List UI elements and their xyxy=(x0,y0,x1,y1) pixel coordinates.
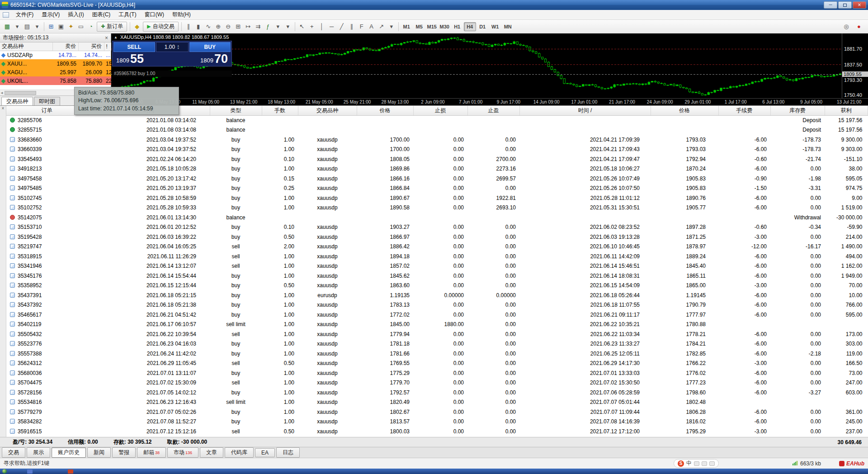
history-row[interactable]: 336603392021.03.04 19:37:52buy1.00xauusd… xyxy=(6,145,868,155)
history-row[interactable]: 353589522021.06.15 12:15:44buy0.50xauusd… xyxy=(6,281,868,291)
history-row[interactable]: 357792792021.07.07 05:02:26buy1.00xauusd… xyxy=(6,407,868,417)
menu-item-v[interactable]: 显示(V) xyxy=(38,10,64,19)
history-row[interactable]: 351027522021.05.28 10:59:33buy1.00xauusd… xyxy=(6,203,868,213)
zoom-out-icon[interactable]: ⊖ xyxy=(223,22,233,32)
close-button[interactable]: × xyxy=(853,1,866,9)
history-row[interactable]: 335454932021.02.24 06:14:20buy0.10xauusd… xyxy=(6,154,868,164)
terminal-tab-EA[interactable]: EA xyxy=(255,448,275,457)
channel-icon[interactable]: ∥ xyxy=(347,22,357,32)
menu-item-f[interactable]: 文件(F) xyxy=(12,10,38,19)
ime-keyboard-icon[interactable] xyxy=(702,461,707,466)
horizontal-line-icon[interactable]: ─ xyxy=(327,22,337,32)
candle-chart-icon[interactable]: ▮ xyxy=(193,22,203,32)
menu-item-i[interactable]: 插入(I) xyxy=(64,10,88,19)
history-col-10[interactable]: 手续费 xyxy=(718,106,770,115)
menu-item-w[interactable]: 窗口(W) xyxy=(141,10,168,19)
history-row[interactable]: 351537102021.06.01 20:12:52buy0.10xauusd… xyxy=(6,223,868,232)
tile-windows-icon[interactable]: ⊞ xyxy=(233,22,243,32)
new-order-button[interactable]: ✚新订单 xyxy=(97,22,127,32)
terminal-tab-市场[interactable]: 市场136 xyxy=(167,447,198,458)
menu-item-c[interactable]: 图表(C) xyxy=(88,10,115,19)
scroll-left-icon[interactable]: ◄ xyxy=(0,91,4,95)
taskbar-app2-icon[interactable] xyxy=(68,469,73,474)
mw-col-ask[interactable]: 买价 xyxy=(78,43,104,51)
ime-toolbar[interactable]: S 中 xyxy=(674,459,719,468)
start-orb-icon[interactable] xyxy=(2,469,7,474)
history-row[interactable]: 354373912021.06.18 05:21:15buy1.00eurusd… xyxy=(6,290,868,300)
indicators-icon[interactable]: ƒ xyxy=(263,22,273,32)
timeframe-w1[interactable]: W1 xyxy=(489,22,501,31)
profiles-icon[interactable]: ▤ xyxy=(22,22,32,32)
history-col-4[interactable]: 交易品种 xyxy=(298,106,357,115)
history-row[interactable]: 356800362021.07.01 13:11:07buy1.00xauusd… xyxy=(6,368,868,378)
ime-lang-toggle[interactable]: 中 xyxy=(686,460,692,467)
fibonacci-icon[interactable]: F xyxy=(357,22,367,32)
history-col-11[interactable]: 库存费 xyxy=(770,106,825,115)
mw-col-symbol[interactable]: 交易品种 xyxy=(0,43,52,51)
lot-decrease-icon[interactable]: ▼ xyxy=(177,47,179,50)
history-col-3[interactable]: 手数 xyxy=(262,106,298,115)
zoom-in-icon[interactable]: ⊕ xyxy=(213,22,223,32)
objects-dropdown-icon[interactable]: ▾ xyxy=(387,22,396,32)
strategy-tester-icon[interactable]: ◔ xyxy=(86,22,96,32)
minimize-button[interactable]: ─ xyxy=(824,1,837,9)
history-row[interactable]: 354373922021.06.18 05:21:38buy1.00xauusd… xyxy=(6,300,868,310)
terminal-tab-日志[interactable]: 日志 xyxy=(276,447,300,458)
history-col-6[interactable]: 止损 xyxy=(413,106,467,115)
taskbar-app1-icon[interactable] xyxy=(27,469,33,474)
market-watch-row[interactable]: UKOIL...75.85875.88022 xyxy=(0,76,111,85)
history-row[interactable]: 355573882021.06.24 11:42:02buy1.00xauusd… xyxy=(6,349,868,359)
time-axis[interactable]: 30 Apr 21:006 May 13:0011 May 05:0013 Ma… xyxy=(111,98,868,105)
terminal-tab-代码库[interactable]: 代码库 xyxy=(225,447,254,458)
history-row[interactable]: 355054322021.06.22 10:39:54sell1.00xauus… xyxy=(6,329,868,339)
terminal-tab-账户历史[interactable]: 账户历史 xyxy=(52,447,86,458)
bar-chart-icon[interactable]: ∥ xyxy=(184,22,193,32)
timeframe-m5[interactable]: M5 xyxy=(413,22,425,31)
chart-canvas[interactable]: ▲ XAUUSDp,H4 1808.98 1809.82 1808.67 180… xyxy=(111,33,842,98)
history-row[interactable]: 353451762021.06.14 15:54:44buy1.00xauusd… xyxy=(6,271,868,281)
ime-logo-icon[interactable]: S xyxy=(678,460,684,467)
history-row[interactable]: 359165152021.07.12 15:12:16sell0.50xauus… xyxy=(6,427,868,436)
market-watch-tab-symbols[interactable]: 交易品种 xyxy=(1,97,33,105)
menu-item-t[interactable]: 工具(T) xyxy=(114,10,140,19)
history-row[interactable]: 349754582021.05.20 13:17:42buy0.15xauusd… xyxy=(6,174,868,184)
history-row[interactable]: 336836602021.03.04 19:37:52buy1.00xauusd… xyxy=(6,135,868,145)
text-label-icon[interactable]: A xyxy=(367,22,377,32)
history-row[interactable]: 349182132021.05.18 10:05:28buy1.00xauusd… xyxy=(6,164,868,174)
navigator-icon[interactable]: ✦ xyxy=(66,22,76,32)
history-col-2[interactable]: 类型 xyxy=(210,106,262,115)
search-icon[interactable]: ◎ xyxy=(841,22,851,32)
timeframe-h4[interactable]: H4 xyxy=(464,22,476,31)
history-row[interactable]: 328557062021.01.08 03:14:02balanceDeposi… xyxy=(6,115,868,125)
history-row[interactable]: 356243122021.06.29 11:05:45sell0.50xauus… xyxy=(6,359,868,369)
data-window-icon[interactable]: ▣ xyxy=(56,22,66,32)
market-watch-row[interactable]: XAGU...25.99726.00912 xyxy=(0,68,111,76)
profiles-dropdown-icon[interactable]: ▾ xyxy=(32,22,42,32)
chart-dropdown-icon[interactable]: ▾ xyxy=(12,22,22,32)
terminal-tab-展示[interactable]: 展示 xyxy=(27,447,50,458)
mw-col-bid[interactable]: 卖价 xyxy=(52,43,78,51)
line-chart-icon[interactable]: ∿ xyxy=(203,22,213,32)
timeframe-mn[interactable]: MN xyxy=(502,22,514,31)
market-watch-row[interactable]: XAUU...1809.551809.7015 xyxy=(0,59,111,68)
history-col-7[interactable]: 止盈 xyxy=(467,106,519,115)
autotrading-button[interactable]: ▶自动交易 xyxy=(143,22,178,32)
arrow-object-icon[interactable]: ↗ xyxy=(377,22,387,32)
restore-button[interactable] xyxy=(838,1,852,9)
history-row[interactable]: 355237762021.06.23 04:16:03buy1.00xauusd… xyxy=(6,339,868,349)
terminal-tab-警报[interactable]: 警报 xyxy=(112,447,136,458)
history-row[interactable]: 351954282021.06.03 16:39:22buy0.50xauusd… xyxy=(6,232,868,242)
history-row[interactable]: 349754852021.05.20 13:19:37buy0.25xauusd… xyxy=(6,184,868,194)
terminal-close-icon[interactable]: × xyxy=(2,106,5,111)
chart-shift-icon[interactable]: ⇉ xyxy=(253,22,263,32)
scroll-thumb[interactable] xyxy=(5,91,36,95)
trendline-icon[interactable]: ╱ xyxy=(337,22,347,32)
history-row[interactable]: 353419462021.06.14 13:12:07sell1.00xauus… xyxy=(6,261,868,271)
metaeditor-icon[interactable]: ◆ xyxy=(132,22,142,32)
history-col-9[interactable]: 价格 xyxy=(651,106,718,115)
timeframe-h1[interactable]: H1 xyxy=(451,22,463,31)
history-col-12[interactable]: 获利 xyxy=(825,106,868,115)
history-row[interactable]: 351420752021.06.01 13:14:30balanceWithdr… xyxy=(6,213,868,223)
history-row[interactable]: 352197472021.06.04 16:05:25sell2.00xauus… xyxy=(6,242,868,252)
price-scale[interactable]: 1881.701837.501793.301750.401809.55 xyxy=(842,33,868,98)
